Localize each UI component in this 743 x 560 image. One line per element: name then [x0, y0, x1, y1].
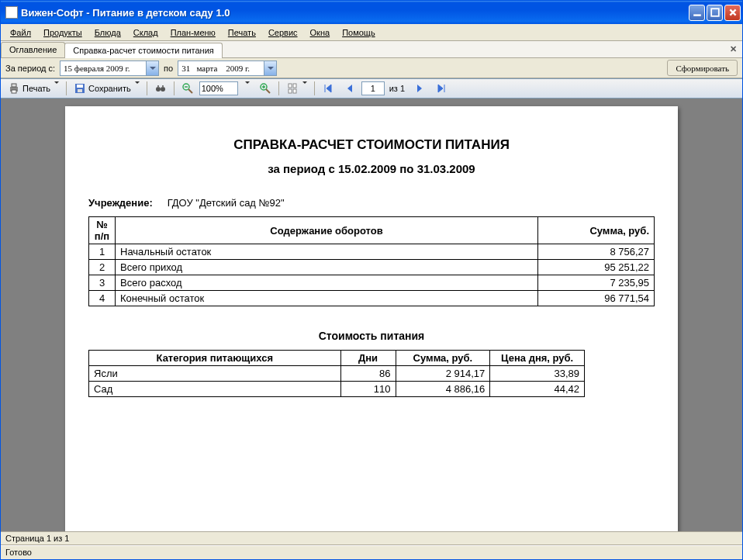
table-row: 1 Начальный остаток 8 756,27	[89, 244, 655, 260]
svg-line-16	[266, 89, 270, 93]
last-page-icon	[435, 82, 448, 95]
menu-stock[interactable]: Склад	[127, 26, 164, 39]
table-row: 2 Всего приход 95 251,22	[89, 260, 655, 275]
table-row: Ясли 86 2 914,17 33,89	[89, 366, 585, 382]
report-toolbar: Печать Сохранить	[1, 78, 742, 99]
printer-icon	[8, 82, 20, 95]
date-from-input[interactable]	[60, 61, 146, 75]
tabs-bar: Оглавление Справка-расчет стоимости пита…	[1, 41, 742, 58]
col-price: Цена дня, руб.	[490, 351, 585, 366]
save-icon	[74, 82, 86, 95]
table-row: 3 Всего расход 7 235,95	[89, 275, 655, 291]
turnover-table: № п/п Содержание оборотов Сумма, руб. 1 …	[88, 216, 655, 306]
svg-rect-6	[77, 85, 83, 88]
svg-rect-1	[711, 9, 719, 16]
first-page-icon	[322, 82, 334, 95]
print-button[interactable]: Печать	[4, 80, 63, 97]
generate-button[interactable]: Сформировать	[667, 60, 738, 76]
date-to-field[interactable]	[178, 60, 277, 76]
prev-page-button[interactable]	[340, 80, 360, 97]
table2-title: Стоимость питания	[88, 330, 655, 342]
page-layout-icon	[286, 82, 299, 95]
institution-value: ГДОУ "Детский сад №92"	[168, 197, 285, 209]
binoculars-icon	[154, 82, 167, 95]
cost-table: Категория питающихся Дни Сумма, руб. Цен…	[88, 350, 585, 397]
col-category: Категория питающихся	[89, 351, 341, 366]
menu-dishes[interactable]: Блюда	[88, 26, 127, 39]
app-icon	[5, 6, 18, 19]
date-to-dropdown-icon[interactable]	[264, 61, 276, 75]
svg-rect-19	[289, 84, 292, 88]
zoom-in-icon	[259, 82, 271, 95]
save-button[interactable]: Сохранить	[70, 80, 143, 97]
svg-rect-4	[12, 90, 16, 93]
zoom-in-button[interactable]	[255, 80, 275, 97]
svg-line-13	[188, 89, 192, 93]
svg-rect-0	[693, 14, 701, 16]
date-to-input[interactable]	[178, 61, 264, 75]
svg-rect-21	[289, 89, 292, 93]
menu-plan[interactable]: План-меню	[164, 26, 222, 39]
first-page-button[interactable]	[318, 80, 338, 97]
date-from-field[interactable]	[60, 60, 159, 76]
next-page-button[interactable]	[410, 80, 430, 97]
period-label: За период с:	[5, 64, 55, 73]
menu-windows[interactable]: Окна	[304, 26, 337, 39]
col-desc: Содержание оборотов	[116, 217, 538, 244]
menubar: Файл Продукты Блюда Склад План-меню Печа…	[1, 24, 742, 41]
svg-rect-20	[293, 84, 296, 88]
table-row: 4 Конечный остаток 96 771,54	[89, 291, 655, 306]
tab-report[interactable]: Справка-расчет стоимости питания	[64, 43, 222, 58]
page-input[interactable]	[361, 81, 385, 95]
close-button[interactable]	[724, 5, 741, 21]
report-title: СПРАВКА-РАСЧЕТ СТОИМОСТИ ПИТАНИЯ	[88, 137, 655, 153]
svg-rect-7	[78, 89, 82, 92]
status-page: Страница 1 из 1	[1, 531, 742, 545]
col-sum: Сумма, руб.	[538, 217, 655, 244]
col-num: № п/п	[89, 217, 116, 244]
page-layout-button[interactable]	[282, 80, 311, 97]
tab-contents[interactable]: Оглавление	[1, 42, 65, 57]
menu-help[interactable]: Помощь	[336, 26, 382, 39]
titlebar: Вижен-Софт - Питание в детском саду 1.0	[1, 1, 742, 24]
last-page-button[interactable]	[431, 80, 451, 97]
tab-close-button[interactable]: ✕	[727, 43, 739, 55]
zoom-out-icon	[181, 82, 194, 95]
prev-page-icon	[344, 82, 356, 95]
report-viewer[interactable]: СПРАВКА-РАСЧЕТ СТОИМОСТИ ПИТАНИЯ за пери…	[1, 99, 742, 531]
report-subtitle: за период с 15.02.2009 по 31.03.2009	[88, 162, 655, 175]
find-button[interactable]	[150, 80, 171, 97]
minimize-button[interactable]	[689, 5, 705, 21]
zoom-input[interactable]	[199, 81, 238, 95]
menu-print[interactable]: Печать	[222, 26, 262, 39]
page-of-label: из 1	[386, 84, 408, 93]
svg-rect-22	[293, 89, 296, 93]
report-page: СПРАВКА-РАСЧЕТ СТОИМОСТИ ПИТАНИЯ за пери…	[65, 106, 678, 531]
col-sum2: Сумма, руб.	[396, 351, 490, 366]
menu-products[interactable]: Продукты	[37, 26, 88, 39]
menu-file[interactable]: Файл	[4, 26, 37, 39]
status-ready: Готово	[1, 545, 742, 559]
maximize-button[interactable]	[707, 5, 723, 21]
date-from-dropdown-icon[interactable]	[146, 61, 158, 75]
window-title: Вижен-Софт - Питание в детском саду 1.0	[21, 7, 689, 19]
svg-rect-11	[162, 85, 164, 88]
zoom-out-button[interactable]	[178, 80, 198, 97]
institution-label: Учреждение:	[88, 197, 164, 209]
svg-rect-10	[157, 85, 159, 88]
col-days: Дни	[340, 351, 396, 366]
to-label: по	[164, 64, 173, 73]
params-bar: За период с: по Сформировать	[1, 58, 742, 78]
table-row: Сад 110 4 886,16 44,42	[89, 382, 585, 397]
menu-service[interactable]: Сервис	[262, 26, 304, 39]
zoom-dropdown[interactable]	[240, 80, 254, 97]
svg-rect-3	[12, 84, 16, 87]
next-page-icon	[413, 82, 426, 95]
app-window: Вижен-Софт - Питание в детском саду 1.0 …	[0, 0, 743, 560]
